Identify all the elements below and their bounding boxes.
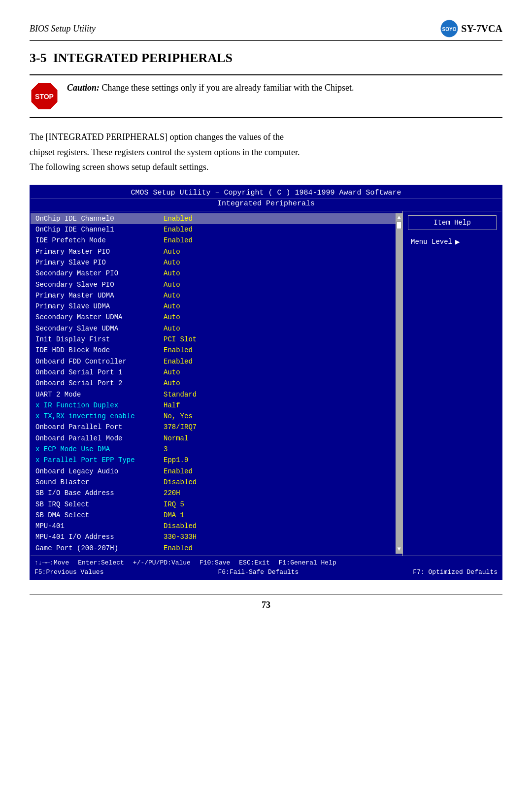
bios-row-value: Enabled	[164, 543, 391, 553]
bios-row-label: IDE Prefetch Mode	[35, 235, 164, 245]
bios-row-label: Onboard Parallel Mode	[35, 433, 164, 443]
bios-scrollbar[interactable]: ▲ ▼	[396, 213, 402, 554]
bios-row-value: Disabled	[164, 477, 391, 487]
bios-table-row[interactable]: x Parallel Port EPP TypeEpp1.9	[31, 455, 396, 465]
bios-row-value: Enabled	[164, 345, 391, 355]
footer-row1: ↑↓→←:Move Enter:Select +/-/PU/PD:Value F…	[34, 558, 498, 567]
footer-exit: ESC:Exit	[239, 559, 269, 566]
bios-row-value: No, Yes	[164, 411, 391, 421]
page-number: 73	[262, 600, 270, 610]
bios-table-row[interactable]: Init Display FirstPCI Slot	[31, 334, 396, 345]
bios-table-row[interactable]: Sound BlasterDisabled	[31, 477, 396, 488]
bios-row-label: Primary Slave PIO	[35, 258, 164, 267]
bios-row-label: x ECP Mode Use DMA	[35, 444, 164, 454]
bios-row-label: Init Display First	[35, 334, 164, 344]
bios-rows-container: OnChip IDE Channel0EnabledOnChip IDE Cha…	[31, 213, 396, 554]
bios-table-row[interactable]: MPU-401 I/O Address330-333H	[31, 531, 396, 542]
bios-table-row[interactable]: Primary Slave UDMAAuto	[31, 301, 396, 312]
bios-row-value: DMA 1	[164, 510, 391, 520]
bios-row-value: Auto	[164, 268, 391, 278]
bios-row-value: 330-333H	[164, 532, 391, 542]
bios-row-label: Primary Slave UDMA	[35, 301, 164, 311]
bios-row-label: Primary Master UDMA	[35, 291, 164, 300]
bios-table-row[interactable]: IDE HDD Block ModeEnabled	[31, 345, 396, 356]
bios-table-row[interactable]: Onboard Parallel Port378/IRQ7	[31, 422, 396, 432]
bios-row-label: x TX,RX inverting enable	[35, 411, 164, 421]
bios-table-row[interactable]: Onboard Legacy AudioEnabled	[31, 466, 396, 477]
bios-table-row[interactable]: OnChip IDE Channel0Enabled	[31, 213, 396, 224]
bios-row-value: PCI Slot	[164, 334, 391, 344]
bios-table-row[interactable]: SB IRQ SelectIRQ 5	[31, 499, 396, 510]
menu-level-arrow-icon: ▶	[455, 237, 460, 247]
bios-row-label: Onboard Serial Port 2	[35, 378, 164, 388]
bios-row-value: 3	[164, 444, 391, 454]
footer-move: ↑↓→←:Move	[34, 559, 69, 566]
bios-table-row[interactable]: Secondary Slave UDMAAuto	[31, 323, 396, 334]
bios-row-value: Auto	[164, 301, 391, 311]
bios-table-row[interactable]: Secondary Master PIOAuto	[31, 268, 396, 279]
footer-f6: F6:Fail-Safe Defaults	[218, 568, 299, 576]
bios-body: OnChip IDE Channel0EnabledOnChip IDE Cha…	[31, 211, 501, 556]
bios-row-label: Secondary Slave UDMA	[35, 324, 164, 333]
bios-table-row[interactable]: OnChip IDE Channel1Enabled	[31, 224, 396, 235]
bios-row-value: Auto	[164, 280, 391, 290]
bios-row-value: Auto	[164, 247, 391, 257]
footer-select: Enter:Select	[78, 559, 124, 566]
bios-row-label: SB DMA Select	[35, 510, 164, 520]
bios-row-label: IDE HDD Block Mode	[35, 345, 164, 355]
bios-table-row[interactable]: Onboard Serial Port 1Auto	[31, 367, 396, 378]
intro-text: The [INTEGRATED PERIPHERALS] option chan…	[30, 130, 502, 175]
bios-row-value: Half	[164, 400, 391, 410]
bios-table-row[interactable]: Primary Master PIOAuto	[31, 246, 396, 257]
bios-row-label: MPU-401	[35, 521, 164, 531]
svg-text:STOP: STOP	[35, 93, 54, 100]
footer-row2: F5:Previous Values F6:Fail-Safe Defaults…	[34, 567, 498, 577]
bios-main-panel: OnChip IDE Channel0EnabledOnChip IDE Cha…	[31, 211, 403, 556]
bios-table-row[interactable]: Primary Master UDMAAuto	[31, 290, 396, 301]
caution-label: Caution:	[67, 83, 100, 93]
bios-row-value: IRQ 5	[164, 499, 391, 509]
bios-table-row[interactable]: Primary Slave PIOAuto	[31, 257, 396, 268]
stop-sign-icon: STOP	[30, 81, 59, 111]
footer-f7: F7: Optimized Defaults	[413, 568, 498, 576]
bios-table-row[interactable]: Onboard FDD ControllerEnabled	[31, 356, 396, 367]
soyo-logo-icon: SOYO	[440, 20, 458, 37]
bios-table-row[interactable]: Secondary Slave PIOAuto	[31, 279, 396, 290]
bios-row-label: OnChip IDE Channel0	[35, 214, 164, 224]
bios-table-row[interactable]: Onboard Parallel ModeNormal	[31, 433, 396, 444]
bios-row-value: Auto	[164, 378, 391, 388]
menu-level: Menu Level ▶	[408, 235, 497, 249]
bios-table-row[interactable]: SB DMA SelectDMA 1	[31, 510, 396, 521]
bios-row-label: SB IRQ Select	[35, 499, 164, 509]
bios-row-label: SB I/O Base Address	[35, 488, 164, 498]
bios-row-label: Sound Blaster	[35, 477, 164, 487]
caution-body: Change these settings only if you are al…	[102, 83, 354, 93]
bios-row-label: Onboard Legacy Audio	[35, 466, 164, 476]
bios-row-value: Epp1.9	[164, 455, 391, 465]
bios-row-value: Auto	[164, 258, 391, 267]
bios-table-row[interactable]: UART 2 ModeStandard	[31, 389, 396, 400]
bios-table-row[interactable]: Onboard Serial Port 2Auto	[31, 378, 396, 389]
bios-table-row[interactable]: Secondary Master UDMAAuto	[31, 312, 396, 323]
bios-row-value: 378/IRQ7	[164, 422, 391, 432]
bios-table-row[interactable]: x TX,RX inverting enableNo, Yes	[31, 411, 396, 422]
bios-row-label: x Parallel Port EPP Type	[35, 455, 164, 465]
bios-table-row[interactable]: MPU-401Disabled	[31, 521, 396, 531]
item-help-box: Item Help	[408, 215, 497, 230]
bios-footer: ↑↓→←:Move Enter:Select +/-/PU/PD:Value F…	[31, 556, 501, 579]
bios-table-row[interactable]: x IR Function DuplexHalf	[31, 400, 396, 411]
bios-subtitle: Integrated Peripherals	[31, 199, 501, 211]
bios-table-row[interactable]: IDE Prefetch ModeEnabled	[31, 235, 396, 246]
scroll-thumb[interactable]	[397, 221, 401, 229]
bios-row-value: 220H	[164, 488, 391, 498]
page-footer: 73	[30, 595, 502, 610]
bios-table-row[interactable]: SB I/O Base Address220H	[31, 488, 396, 498]
bios-table-row[interactable]: x ECP Mode Use DMA3	[31, 444, 396, 455]
bios-row-label: Secondary Master UDMA	[35, 312, 164, 322]
bios-table-row[interactable]: Game Port (200-207H)Enabled	[31, 543, 396, 554]
svg-text:SOYO: SOYO	[442, 27, 457, 32]
bios-row-label: Secondary Slave PIO	[35, 280, 164, 290]
bios-row-value: Auto	[164, 291, 391, 300]
page-header: BIOS Setup Utility SOYO SY-7VCA	[30, 20, 502, 41]
bios-row-value: Enabled	[164, 225, 391, 234]
